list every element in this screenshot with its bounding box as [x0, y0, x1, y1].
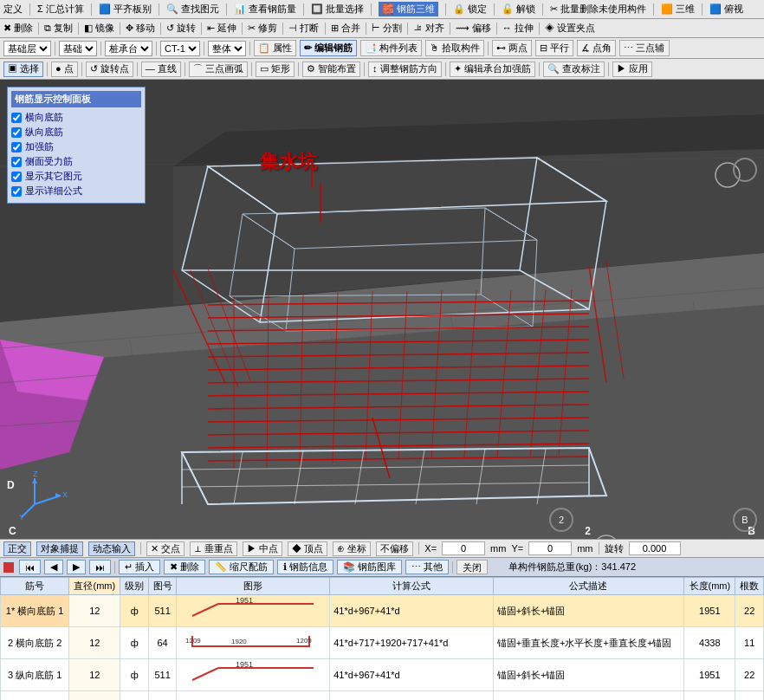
- coord-x-input[interactable]: [442, 541, 485, 555]
- btn-point-angle[interactable]: ∡ 点角: [577, 40, 616, 56]
- btn-select[interactable]: ▣ 选择: [3, 62, 43, 77]
- corner-label-2: 2: [585, 525, 591, 537]
- coord-y-input[interactable]: [528, 541, 572, 555]
- svg-text:X: X: [62, 490, 68, 499]
- menu-batch-delete[interactable]: ✂ 批量删除未使用构件: [550, 3, 646, 16]
- btn-three-point[interactable]: ⋯ 三点辅: [619, 40, 669, 56]
- status-snap[interactable]: 对象捕提: [36, 541, 83, 556]
- btn-align[interactable]: ⫡ 对齐: [413, 22, 444, 35]
- btn-line[interactable]: — 直线: [141, 62, 181, 77]
- table-row[interactable]: 1* 横向底筋 112ф511195141*d+967+41*d锚固+斜长+锚固…: [1, 595, 764, 627]
- cell-diameter[interactable]: 12: [69, 691, 120, 701]
- status-ortho[interactable]: 正交: [3, 541, 31, 556]
- btn-properties[interactable]: 📋 属性: [254, 40, 296, 56]
- status-coordinate[interactable]: ⊕ 坐标: [333, 541, 371, 556]
- btn-split[interactable]: ⊢ 分割: [372, 22, 402, 35]
- menu-overhead[interactable]: 🟦 俯视: [709, 3, 743, 16]
- btn-extend[interactable]: ⇤ 延伸: [207, 22, 236, 35]
- checkbox-reinforce[interactable]: 加强筋: [11, 140, 141, 153]
- btn-mirror[interactable]: ◧ 镜像: [84, 22, 114, 35]
- cell-diameter[interactable]: 12: [69, 659, 120, 691]
- btn-edit-cap-rebar[interactable]: ✦ 编辑承台加强筋: [450, 62, 535, 77]
- table-row[interactable]: 4 纵向底筋 212ф6412091920120941*d+717+1920+7…: [1, 691, 764, 701]
- checkbox-show-formula[interactable]: 显示详细公式: [11, 185, 141, 198]
- btn-two-point[interactable]: ⊷ 两点: [492, 40, 532, 56]
- menu-define[interactable]: 定义: [3, 3, 23, 16]
- btn-rotate-point[interactable]: ↺ 旋转点: [86, 62, 133, 77]
- btn-smart-layout[interactable]: ⚙ 智能布置: [302, 62, 360, 77]
- btn-parallel[interactable]: ⊟ 平行: [535, 40, 573, 56]
- btn-trim[interactable]: ✂ 修剪: [248, 22, 277, 35]
- btn-merge[interactable]: ⊞ 合并: [331, 22, 360, 35]
- btn-other[interactable]: ⋯ 其他: [405, 560, 449, 574]
- btn-rect[interactable]: ▭ 矩形: [256, 62, 295, 77]
- viewport-3d[interactable]: 钢筋显示控制面板 横向底筋 纵向底筋 加强筋 侧面受力筋 显示其它图元 显示详细…: [0, 80, 764, 539]
- btn-rebar-library[interactable]: 📚 钢筋图库: [337, 560, 402, 574]
- btn-pick-component[interactable]: 🖱 拾取构件: [425, 40, 484, 56]
- btn-adjust-dir[interactable]: ↕ 调整钢筋方向: [368, 62, 442, 77]
- btn-offset[interactable]: ⟿ 偏移: [456, 22, 491, 35]
- menu-view-rebar[interactable]: 📊 查看钢筋量: [234, 3, 296, 16]
- btn-stretch[interactable]: ↔ 拉伸: [502, 22, 534, 35]
- btn-grip[interactable]: ◈ 设置夹点: [545, 22, 595, 35]
- cell-shape: 1951: [177, 595, 330, 627]
- btn-component-list[interactable]: 📑 构件列表: [360, 40, 422, 56]
- checkbox-horizontal-bottom[interactable]: 横向底筋: [11, 111, 141, 124]
- checkbox-show-other[interactable]: 显示其它图元: [11, 170, 141, 183]
- checkbox-side-force[interactable]: 侧面受力筋: [11, 155, 141, 168]
- svg-text:Y: Y: [19, 513, 24, 522]
- cell-description: 锚固+垂直长度+水平长度+垂直长度+锚固: [493, 691, 684, 701]
- btn-point[interactable]: ● 点: [51, 62, 78, 77]
- cell-id: 2 横向底筋 2: [1, 627, 69, 659]
- table-row[interactable]: 3 纵向底筋 112ф511195141*d+967+41*d锚固+斜长+锚固1…: [1, 659, 764, 691]
- status-perpendicular[interactable]: ⊥ 垂重点: [190, 541, 237, 556]
- btn-edit-rebar[interactable]: ✏ 编辑钢筋: [300, 40, 357, 56]
- btn-insert[interactable]: ↵ 插入: [119, 560, 160, 574]
- component-select[interactable]: 桩承台: [105, 41, 152, 56]
- menu-sum[interactable]: Σ 汇总计算: [37, 3, 84, 16]
- btn-scale-rebar[interactable]: 📏 缩尺配筋: [209, 560, 274, 574]
- table-row[interactable]: 2 横向底筋 212ф6412091920120941*d+717+1920+7…: [1, 627, 764, 659]
- menu-find[interactable]: 🔍 查找图元: [166, 3, 219, 16]
- status-endpoint[interactable]: ◆ 顶点: [288, 541, 327, 556]
- btn-move[interactable]: ✥ 移动: [126, 22, 155, 35]
- scope-select[interactable]: 整体: [208, 41, 246, 56]
- coord-y-label: Y=: [511, 543, 523, 554]
- btn-rebar-info[interactable]: ℹ 钢筋信息: [277, 560, 333, 574]
- coord-mm-label2: mm: [577, 543, 592, 554]
- name-select[interactable]: CT-1: [160, 41, 200, 56]
- nav-next[interactable]: ▶: [67, 560, 86, 574]
- rotate-input[interactable]: [629, 541, 681, 555]
- btn-copy[interactable]: ⧉ 复制: [44, 22, 73, 35]
- btn-rotate[interactable]: ↺ 旋转: [166, 22, 196, 35]
- btn-three-arc[interactable]: ⌒ 三点画弧: [189, 62, 248, 77]
- nav-first[interactable]: ⏮: [19, 560, 41, 574]
- menu-rebar-3d[interactable]: 🧱 钢筋三维: [379, 2, 438, 16]
- cell-diameter[interactable]: 12: [69, 595, 120, 627]
- menu-align[interactable]: 🟦 平齐板别: [99, 3, 152, 16]
- menu-batch-select[interactable]: 🔲 批量选择: [311, 3, 364, 16]
- checkbox-vertical-bottom[interactable]: 纵向底筋: [11, 126, 141, 139]
- menu-lock[interactable]: 🔒 锁定: [453, 3, 487, 16]
- nav-prev[interactable]: ◀: [44, 560, 63, 574]
- status-no-offset[interactable]: 不偏移: [376, 541, 413, 556]
- btn-delete[interactable]: ✖ 删除: [3, 22, 33, 35]
- btn-check-mark[interactable]: 🔍 查改标注: [543, 62, 605, 77]
- status-dynamic[interactable]: 动态输入: [88, 541, 135, 556]
- type-select[interactable]: 基础: [59, 41, 97, 56]
- col-header-formula: 计算公式: [330, 578, 493, 595]
- status-midpoint[interactable]: ▶ 中点: [243, 541, 282, 556]
- btn-delete-row[interactable]: ✖ 删除: [164, 560, 205, 574]
- col-header-grade: 级别: [120, 578, 148, 595]
- cell-grade: ф: [120, 595, 148, 627]
- col-header-desc: 公式描述: [493, 578, 684, 595]
- nav-last[interactable]: ⏭: [89, 560, 111, 574]
- menu-unlock[interactable]: 🔓 解锁: [502, 3, 535, 16]
- btn-apply[interactable]: ▶ 应用: [612, 62, 652, 77]
- btn-break[interactable]: ⊣ 打断: [288, 22, 319, 35]
- layer-select[interactable]: 基础层: [3, 41, 51, 56]
- menu-3d[interactable]: 🟧 三维: [661, 3, 695, 16]
- btn-close[interactable]: 关闭: [456, 560, 488, 574]
- status-intersect[interactable]: ✕ 交点: [146, 541, 185, 556]
- cell-diameter[interactable]: 12: [69, 627, 120, 659]
